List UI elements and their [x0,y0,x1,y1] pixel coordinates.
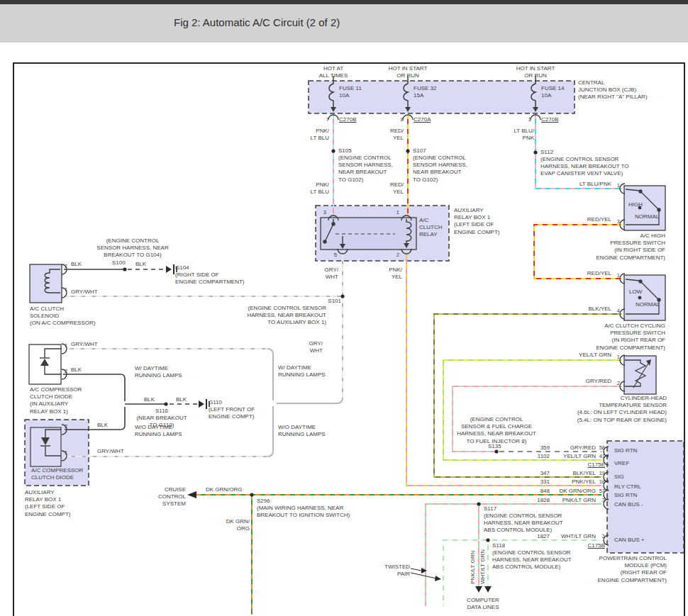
computer-data-lines-label: COMPUTER DATA LINES [467,597,499,611]
splice-s112-note: (ENGINE CONTROL SENSOR HARNESS, NEAR BRE… [540,156,628,178]
diode2-pin-1: 1 [65,449,67,457]
connector-link-c175e[interactable]: C175E [567,461,605,469]
hp-switch-pos-high: HIGH [628,201,643,208]
diode1-name: A/C COMPRESSOR CLUTCH DIODE (IN AUXILIAR… [30,386,82,415]
pcm-row6-pin: 3 [594,497,605,504]
cht-sensor-pin-1: 1 [611,354,620,361]
wire-label-pnk-ltblu-2: PNK/ LT BLU [301,181,329,196]
pcm-name: POWERTRAIN CONTROL MODULE (PCM) (RIGHT R… [496,555,667,584]
cruise-arrow-icon [187,491,196,498]
pcm-row3-pin: 19 [594,470,605,477]
wire-label-yel-ltgrn: YEL/LT GRN [560,352,611,359]
pcm-row2-pin: 41 [594,453,605,460]
relay-pin-1: 1 [389,209,399,216]
branch-with-drl-right: W/ DAYTIME RUNNING LAMPS [278,364,326,379]
feed-label-2: HOT IN START OR RUN [389,65,428,79]
splice-s107-note: (ENGINE CONTROL SENSOR HARNESS, NEAR BRE… [413,155,467,184]
pcm-row5-pin: 57 [594,488,605,495]
solenoid-pin-1: 1 [65,286,67,293]
wire-label-blk-m1: BLK [144,396,155,403]
ground-label-g104: G104 (RIGHT SIDE OF ENGINE COMPARTMENT) [175,264,244,286]
hp-switch-pos-normal: NORMAL [635,213,659,220]
cc-switch-name: A/C CLUTCH CYCLING PRESSURE SWITCH (IN R… [560,323,665,352]
cjb-pin-8: 8 [394,116,404,123]
splice-s296-note: (MAIN WIRING HARNESS, NEAR BREAKOUT TO I… [257,505,350,519]
feed-label-1: HOT AT ALL TIMES [319,65,348,79]
branch-with-drl-left: W/ DAYTIME RUNNING LAMPS [135,365,182,379]
diode1-pin-1: 1 [65,342,67,349]
pcm-row7-label: CAN BUS + [614,537,644,544]
hp-switch-name: A/C HIGH PRESSURE SWITCH (IN RIGHT SIDE … [560,233,665,262]
twisted-pair-label: TWISTED PAIR [360,564,410,578]
diode1-pin-2: 2 [65,368,67,375]
fuse-14-label: FUSE 14 10A [541,85,564,99]
wire-label-red-yel-1: RED/ YEL [375,128,404,142]
splice-s296-id: S296 [257,498,270,505]
pcm-row6-color: PNK/LT GRN [545,497,596,504]
ground-icon-g110 [199,399,209,409]
computer-data-arrows-icon [475,586,492,593]
pcm-row1-pin: 58 [594,444,605,452]
cjb-pin-7: 7 [319,116,329,123]
splice-s135-id: S135 [488,443,501,450]
pcm-row5-label: SIG RTN [614,492,637,499]
pcm-row1-label: SIG RTN [614,447,637,454]
wire-label-blk-sol-2: BLK [135,261,146,268]
wire-label-blk-m2: BLK [176,396,187,403]
splice-s118-id: S118 [492,542,505,549]
connector-link-c270a[interactable]: C270A [414,116,431,123]
splice-s105-note: (ENGINE CONTROL SENSOR HARNESS, NEAR BRE… [338,155,393,184]
branch-without-drl-right: W/O DAYTIME RUNNING LAMPS [278,424,326,438]
wire-label-blk-yel: BLK/YEL [567,306,611,313]
wire-label-gry-wht-d1: GRY/WHT [71,341,98,348]
figure-page: Fig 2: Automatic A/C Circuit (2 of 2) [0,0,688,616]
relay-pin-3: 3 [316,209,326,216]
cc-switch-pos-low: LOW [629,289,642,296]
relay-pin-2: 2 [389,252,399,259]
splice-s101-note: (ENGINE CONTROL SENSOR HARNESS, NEAR BRE… [224,305,326,327]
pcm-row2-color: YEL/LT GRN [545,453,596,460]
pcm-row2-label: VREF [614,460,629,467]
cc-switch-pin-1: 1 [611,272,620,279]
wire-label-gry-wht-relay: GRY/ WHT [310,267,338,281]
wire-label-gry-wht-d2: GRY/WHT [97,448,124,455]
wire-label-blk-d2: BLK [97,422,108,429]
splice-s107-id: S107 [413,147,426,155]
pcm-row3-color: BLK/YEL [545,470,596,477]
diode2-pin-2: 2 [65,423,67,430]
hp-switch-pin-3: 3 [611,218,620,225]
solenoid-name: A/C CLUTCH SOLENOID (ON A/C COMPRESSOR) [30,306,95,327]
pcm-row3-label: SIG [614,474,624,481]
wire-label-blk-sol: BLK [71,261,82,268]
connector-link-c175b[interactable]: C175B [567,542,605,549]
aux-relay-box1-label-2: AUXILIARY RELAY BOX 1 (LEFT SIDE OF ENGI… [25,489,70,518]
splice-s105-id: S105 [338,147,352,155]
wire-label-blk-d1: BLK [71,366,82,374]
cht-sensor-pin-2: 2 [611,380,620,387]
connector-link-c270b-2[interactable]: C270B [541,116,558,123]
wire-label-pnk-ltblu-1: PNK/ LT BLU [301,128,329,142]
splice-s112-id: S112 [540,149,553,156]
pcm-row4-label: RLY CTRL [614,483,641,491]
pcm-row4-color: PNK/YEL [545,478,596,486]
cc-switch-pos-normal: NORMAL [636,301,660,308]
diode2-name: A/C COMPRESSOR CLUTCH DIODE [31,467,83,481]
cht-sensor-name: CYLINDER-HEAD TEMPERATURE SENSOR (4.6L: … [546,395,667,424]
pcm-row4-pin: 18 [594,478,605,486]
wire-label-gry-wht-sol: GRY/WHT [71,289,98,296]
pcm-row7-pin: 2 [594,533,605,540]
pcm-row1-color: GRY/RED [545,444,596,452]
wire-label-red-yel-2: RED/ YEL [375,181,404,196]
wire-label-red-yel-h2: RED/YEL [567,270,611,277]
connector-link-c270b-1[interactable]: C270B [339,116,356,123]
wire-label-gry-wht-2: GRY/ WHT [294,340,323,354]
pcm-row5-color: DK GRN/ORG [545,488,596,495]
hp-switch-pin-1: 1 [611,182,620,189]
pcm-row6-label: CAN BUS - [614,501,643,508]
splice-s135-note: (ENGINE CONTROL SENSOR & FUEL CHARGE HAR… [457,416,536,445]
cjb-pin-1: 1 [521,116,531,123]
wire-label-ltblu-pnk-1: LT BLU/ PNK [503,128,534,142]
fuse-32-label: FUSE 32 15A [414,85,436,99]
cruise-control-label: CRUISE CONTROL SYSTEM [150,486,186,508]
wire-label-red-yel-h1: RED/YEL [567,216,611,223]
